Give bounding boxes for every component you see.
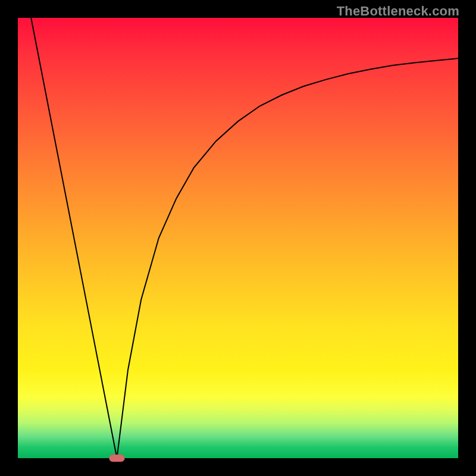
watermark-text: TheBottleneck.com [337, 4, 459, 19]
plot-svg [18, 18, 458, 458]
plot-area [18, 18, 458, 458]
minimum-marker [109, 455, 125, 462]
chart-frame: TheBottleneck.com [0, 0, 476, 476]
curve-right-branch [117, 58, 459, 458]
curve-left-branch [31, 18, 117, 458]
